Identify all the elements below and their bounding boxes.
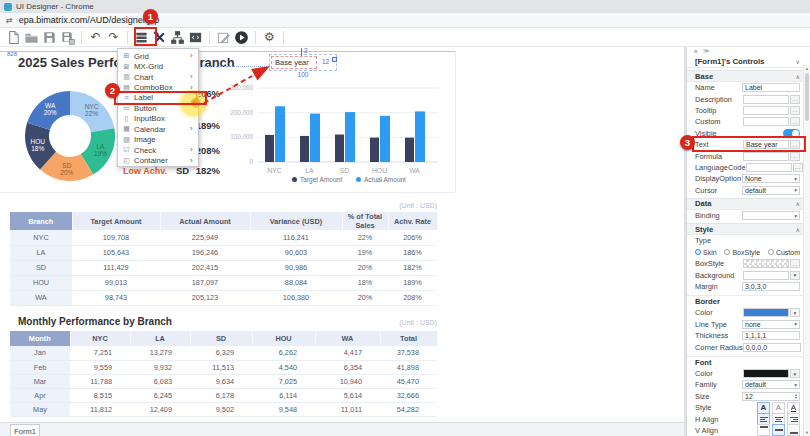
menu-item-mx-grid[interactable]: ⊠MX-Grid <box>118 61 198 71</box>
dropdown-button[interactable]: ▾ <box>790 271 800 280</box>
menu-item-calendar[interactable]: ▦Calendar› <box>118 124 198 134</box>
base-year-label-control[interactable]: Base year <box>271 56 317 69</box>
text-input[interactable]: Label <box>742 83 800 92</box>
collapse-icon[interactable]: ∧ <box>796 200 800 207</box>
run-icon[interactable] <box>234 30 249 45</box>
color-swatch[interactable] <box>743 369 789 378</box>
open-folder-icon[interactable] <box>24 30 39 45</box>
radio-skin[interactable]: Skin <box>695 249 717 256</box>
radio-boxstyle[interactable]: BoxStyle <box>724 249 760 256</box>
menu-item-grid[interactable]: ⊞Grid› <box>118 51 198 61</box>
menu-item-image[interactable]: ▨Image <box>118 135 198 145</box>
design-tools-icon[interactable] <box>152 30 167 45</box>
dropdown-select[interactable]: default▾ <box>742 380 800 389</box>
prop-row-h-align: H Align <box>687 413 810 424</box>
scroll-up-icon[interactable]: ▲ <box>804 66 810 71</box>
font-italic-button[interactable]: A <box>772 402 785 414</box>
section-header-style[interactable]: Style∧ <box>687 223 810 235</box>
section-header-base[interactable]: Base∧ <box>687 70 810 82</box>
ellipsis-button[interactable]: … <box>790 117 800 126</box>
bar-chart-legend: Target AmountActual Amount <box>258 176 440 183</box>
ellipsis-button[interactable]: … <box>790 106 800 115</box>
dropdown-button[interactable]: ▾ <box>790 369 800 378</box>
column-header: Month <box>10 331 70 346</box>
section-header-data[interactable]: Data∧ <box>687 198 810 210</box>
text-input[interactable] <box>743 106 789 115</box>
code-panel-icon[interactable] <box>188 30 203 45</box>
text-input[interactable] <box>746 163 792 172</box>
design-canvas[interactable]: 828 2025 Sales Performance by Branch Bas… <box>0 47 686 422</box>
settings-icon[interactable]: ⚙ <box>262 30 277 45</box>
dropdown-select[interactable]: default▾ <box>742 186 800 195</box>
size-spinner[interactable]: 12▴▾ <box>742 392 800 401</box>
boxstyle-swatch[interactable] <box>743 259 789 268</box>
save-as-icon[interactable] <box>60 30 75 45</box>
valign-b-button[interactable] <box>787 424 800 436</box>
undo-icon[interactable]: ↶ <box>88 30 103 45</box>
chevron-down-icon[interactable]: ∨ <box>796 58 800 65</box>
dropdown-select[interactable]: none▾ <box>742 320 800 329</box>
collapse-icon[interactable]: ∧ <box>796 73 800 80</box>
text-input[interactable]: 0,0,0,0 <box>743 343 801 352</box>
dropdown-select[interactable]: ▾ <box>742 211 800 220</box>
text-input[interactable]: Base year <box>743 140 789 149</box>
ellipsis-button[interactable]: … <box>790 259 800 268</box>
align-icon <box>760 416 768 422</box>
ellipsis-button[interactable]: … <box>793 163 803 172</box>
ellipsis-button[interactable]: … <box>790 95 800 104</box>
prop-row-text: TextBase year… <box>687 139 810 150</box>
color-swatch[interactable] <box>743 271 789 280</box>
panel-collapse-icon[interactable]: ≫ <box>703 47 710 55</box>
menu-item-chart[interactable]: ▥Chart› <box>118 72 198 82</box>
data-stack-icon[interactable] <box>134 30 149 45</box>
ellipsis-button[interactable]: … <box>790 152 800 161</box>
valign-m-button[interactable] <box>772 424 785 436</box>
new-file-icon[interactable] <box>6 30 21 45</box>
text-input[interactable]: 1,1,1,1 <box>742 331 800 340</box>
font-underline-button[interactable]: A <box>787 402 800 414</box>
collapse-icon[interactable]: ∧ <box>796 226 800 233</box>
panel-menu-icon[interactable]: ≡ <box>694 48 698 55</box>
font-bold-button[interactable]: A <box>757 402 770 414</box>
scroll-down-icon[interactable]: ▼ <box>804 430 810 435</box>
scrollbar-thumb[interactable] <box>805 73 809 121</box>
valign-t-button[interactable] <box>757 424 770 436</box>
menu-item-inputbox[interactable]: ▯InputBox <box>118 114 198 124</box>
text-input[interactable] <box>743 117 789 126</box>
url-text[interactable]: epa.bimatrix.com/AUD/designer.jsp <box>19 15 160 25</box>
submenu-arrow-icon: › <box>190 146 198 154</box>
prop-row-style: StyleAAA <box>687 402 810 413</box>
edit-icon[interactable] <box>216 30 231 45</box>
dropdown-select[interactable]: None▾ <box>742 174 800 183</box>
ellipsis-button[interactable]: … <box>790 140 800 149</box>
url-bar[interactable]: ⇄ epa.bimatrix.com/AUD/designer.jsp <box>0 13 810 28</box>
text-input[interactable] <box>743 152 789 161</box>
redo-icon[interactable]: ↷ <box>106 30 121 45</box>
svg-text:SD: SD <box>340 167 350 174</box>
menu-item-container[interactable]: ◰Container› <box>118 155 198 165</box>
svg-text:20%: 20% <box>60 169 73 176</box>
text-input[interactable]: 3,0,3,0 <box>742 282 800 291</box>
menu-item-check[interactable]: ☑Check› <box>118 145 198 155</box>
menu-item-combobox[interactable]: ▤ComboBox› <box>118 82 198 92</box>
dropdown-button[interactable]: ▾ <box>790 308 800 317</box>
resize-handle[interactable] <box>332 57 337 62</box>
table-row: May11,81212,4099,5029,54811,01154,282 <box>10 402 437 416</box>
halign-al-button[interactable] <box>757 413 770 425</box>
panel-scrollbar[interactable]: ▲ ▼ <box>803 65 810 436</box>
panel-header[interactable]: [Form1]'s Controls ∨ <box>687 55 810 68</box>
reload-icon[interactable]: ⇄ <box>6 16 13 25</box>
legend-item: Actual Amount <box>356 176 406 183</box>
color-swatch[interactable] <box>743 308 789 317</box>
radio-custom[interactable]: Custom <box>768 249 800 256</box>
tree-view-icon[interactable] <box>170 30 185 45</box>
column-header: HOU <box>252 331 315 346</box>
save-icon[interactable] <box>42 30 57 45</box>
halign-ar-button[interactable] <box>787 413 800 425</box>
visible-toggle[interactable] <box>783 129 800 138</box>
tab-form1[interactable]: Form1 <box>10 424 40 436</box>
halign-ac-button[interactable] <box>772 413 785 425</box>
text-input[interactable] <box>743 95 789 104</box>
spinner-arrows-icon[interactable]: ▴▾ <box>795 393 797 400</box>
guide-tick <box>301 48 302 56</box>
